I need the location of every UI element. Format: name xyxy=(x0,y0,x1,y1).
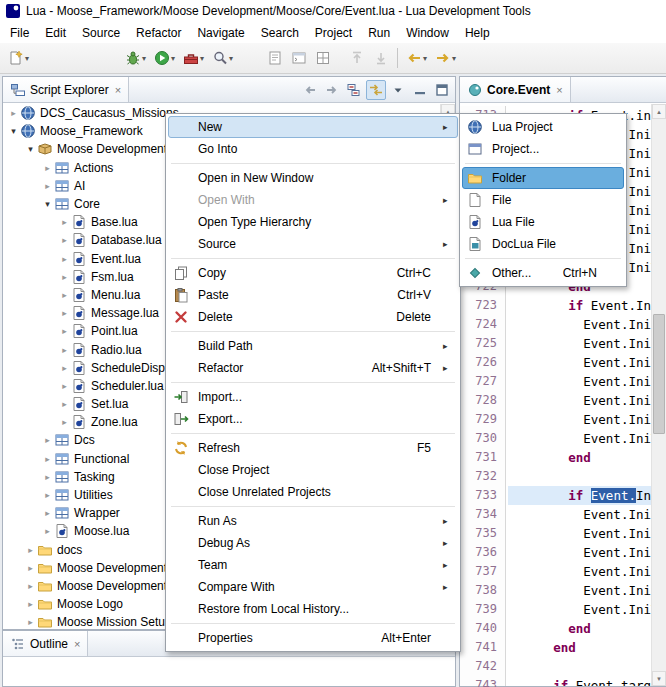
explorer-back-button[interactable] xyxy=(300,80,320,100)
dropdown-arrow-icon[interactable]: ▾ xyxy=(142,54,146,63)
explorer-forward-button[interactable] xyxy=(322,80,342,100)
menu-item-export[interactable]: Export... xyxy=(168,408,458,430)
debug-button[interactable]: ▾ xyxy=(121,46,150,70)
minimize-button[interactable] xyxy=(410,80,430,100)
close-icon[interactable]: × xyxy=(556,84,562,96)
menu-item-file[interactable]: File xyxy=(462,189,624,211)
code-line[interactable]: Event.IniCategory = Event.IniDCSUnit:get… xyxy=(508,410,651,429)
scroll-up-button[interactable]: ▲ xyxy=(652,104,666,119)
menu-item-open-in-new-window[interactable]: Open in New Window xyxy=(168,167,458,189)
menubar-item-navigate[interactable]: Navigate xyxy=(189,24,252,42)
menubar-item-window[interactable]: Window xyxy=(398,24,457,42)
menubar-item-project[interactable]: Project xyxy=(307,24,360,42)
menubar-item-refactor[interactable]: Refactor xyxy=(128,24,189,42)
menu-item-delete[interactable]: DeleteDelete xyxy=(168,306,458,328)
menu-item-run-as[interactable]: Run As▸ xyxy=(168,510,458,532)
collapsed-arrow-icon[interactable]: ▸ xyxy=(41,526,54,536)
tab-script-explorer[interactable]: Script Explorer × xyxy=(3,77,129,102)
collapsed-arrow-icon[interactable]: ▸ xyxy=(24,581,37,591)
collapsed-arrow-icon[interactable]: ▸ xyxy=(58,345,71,355)
collapsed-arrow-icon[interactable]: ▸ xyxy=(41,508,54,518)
search-button[interactable]: ▾ xyxy=(208,46,237,70)
code-line[interactable]: Event.IniUnit = UNIT:FindByName( Event.I… xyxy=(508,562,651,581)
editor-scrollbar[interactable]: ▲▼ xyxy=(651,104,666,686)
menu-item-go-into[interactable]: Go Into xyxy=(168,138,458,160)
code-line[interactable] xyxy=(508,657,651,676)
dropdown-arrow-icon[interactable]: ▾ xyxy=(229,54,233,63)
forward-button[interactable]: ▾ xyxy=(431,46,460,70)
collapsed-arrow-icon[interactable]: ▸ xyxy=(58,254,71,264)
collapsed-arrow-icon[interactable]: ▸ xyxy=(58,381,71,391)
menu-item-debug-as[interactable]: Debug As▸ xyxy=(168,532,458,554)
code-line[interactable] xyxy=(508,467,651,486)
code-line[interactable]: Event.IniTypeName = Event.IniDCSUnit:get… xyxy=(508,429,651,448)
menu-item-folder[interactable]: Folder xyxy=(462,167,624,189)
collapsed-arrow-icon[interactable]: ▸ xyxy=(24,599,37,609)
collapsed-arrow-icon[interactable]: ▸ xyxy=(7,108,20,118)
code-line[interactable]: end xyxy=(508,619,651,638)
code-line[interactable]: Event.IniCategory = Event.IniDCSUnit:get… xyxy=(508,581,651,600)
back-button[interactable]: ▾ xyxy=(402,46,431,70)
collapsed-arrow-icon[interactable]: ▸ xyxy=(58,326,71,336)
maximize-button[interactable] xyxy=(432,80,452,100)
code-line[interactable]: Event.IniUnitName = Event.IniDCSUnitName xyxy=(508,543,651,562)
expanded-arrow-icon[interactable]: ▾ xyxy=(7,126,20,136)
menubar-item-source[interactable]: Source xyxy=(74,24,128,42)
menu-item-doclua-file[interactable]: DocLua File xyxy=(462,233,624,255)
code-line[interactable]: if Event.IniObjectCategory == Object.Cat… xyxy=(508,296,651,315)
menubar-item-edit[interactable]: Edit xyxy=(37,24,74,42)
menubar-item-run[interactable]: Run xyxy=(360,24,398,42)
menu-item-restore-from-local-history[interactable]: Restore from Local History... xyxy=(168,598,458,620)
menu-item-import[interactable]: Import... xyxy=(168,386,458,408)
collapsed-arrow-icon[interactable]: ▸ xyxy=(24,545,37,555)
link-with-editor-button[interactable] xyxy=(366,80,386,100)
menu-item-compare-with[interactable]: Compare With▸ xyxy=(168,576,458,598)
code-line[interactable]: Event.IniDCSGroupName = "" xyxy=(508,391,651,410)
code-line[interactable]: end xyxy=(508,638,651,657)
run-button[interactable]: ▾ xyxy=(150,46,179,70)
expanded-arrow-icon[interactable]: ▾ xyxy=(24,144,37,154)
collapsed-arrow-icon[interactable]: ▸ xyxy=(41,472,54,482)
menu-item-open-type-hierarchy[interactable]: Open Type Hierarchy xyxy=(168,211,458,233)
menu-item-refactor[interactable]: RefactorAlt+Shift+T▸ xyxy=(168,357,458,379)
collapsed-arrow-icon[interactable]: ▸ xyxy=(41,454,54,464)
console-button[interactable] xyxy=(287,46,311,70)
collapsed-arrow-icon[interactable]: ▸ xyxy=(58,272,71,282)
close-icon[interactable]: × xyxy=(74,638,80,650)
grid-view-button[interactable] xyxy=(311,46,335,70)
collapsed-arrow-icon[interactable]: ▸ xyxy=(41,163,54,173)
menu-item-paste[interactable]: PasteCtrl+V xyxy=(168,284,458,306)
dropdown-arrow-icon[interactable]: ▾ xyxy=(452,54,456,63)
view-menu-button[interactable] xyxy=(388,80,408,100)
collapsed-arrow-icon[interactable]: ▸ xyxy=(58,290,71,300)
collapsed-arrow-icon[interactable]: ▸ xyxy=(58,363,71,373)
scroll-thumb[interactable] xyxy=(653,314,665,434)
scroll-down-button[interactable]: ▼ xyxy=(652,671,666,686)
code-line[interactable]: Event.IniDCSUnit = Event.initiator xyxy=(508,505,651,524)
menu-item-team[interactable]: Team▸ xyxy=(168,554,458,576)
collapsed-arrow-icon[interactable]: ▸ xyxy=(58,399,71,409)
code-line[interactable]: if Event.target then xyxy=(508,676,651,686)
collapsed-arrow-icon[interactable]: ▸ xyxy=(58,217,71,227)
collapsed-arrow-icon[interactable]: ▸ xyxy=(41,490,54,500)
menu-item-project[interactable]: Project... xyxy=(462,138,624,160)
collapsed-arrow-icon[interactable]: ▸ xyxy=(24,563,37,573)
collapsed-arrow-icon[interactable]: ▸ xyxy=(58,417,71,427)
menubar-item-search[interactable]: Search xyxy=(253,24,307,42)
menu-item-close-project[interactable]: Close Project xyxy=(168,459,458,481)
collapsed-arrow-icon[interactable]: ▸ xyxy=(58,235,71,245)
new-button[interactable]: ▾ xyxy=(4,46,33,70)
code-line[interactable]: end xyxy=(508,448,651,467)
dropdown-arrow-icon[interactable]: ▾ xyxy=(25,54,29,63)
code-line[interactable]: if Event.IniObjectCategory == Object.Cat… xyxy=(508,486,651,505)
dropdown-arrow-icon[interactable]: ▾ xyxy=(423,54,427,63)
dropdown-arrow-icon[interactable]: ▾ xyxy=(171,54,175,63)
expanded-arrow-icon[interactable]: ▾ xyxy=(41,199,54,209)
doc-view-button[interactable] xyxy=(263,46,287,70)
external-tools-button[interactable]: ▾ xyxy=(179,46,208,70)
code-line[interactable]: Event.IniTypeName = Event.IniDCSUnit:get… xyxy=(508,600,651,619)
tab-outline[interactable]: Outline × xyxy=(3,631,88,656)
close-icon[interactable]: × xyxy=(115,84,121,96)
collapsed-arrow-icon[interactable]: ▸ xyxy=(41,435,54,445)
menu-item-properties[interactable]: PropertiesAlt+Enter xyxy=(168,627,458,649)
